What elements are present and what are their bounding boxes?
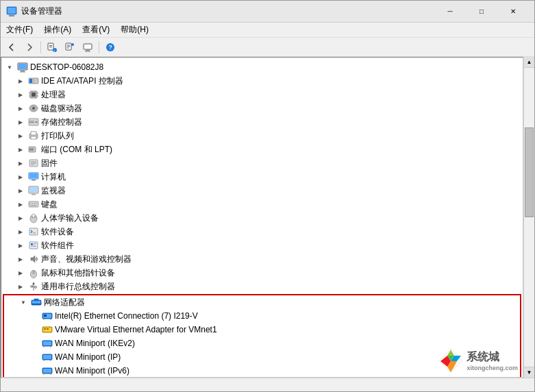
- svg-rect-87: [32, 304, 41, 304]
- scrollbar[interactable]: ▲ ▼: [523, 57, 534, 378]
- tree-item-ide[interactable]: ▶ IDE ATA/ATAPI 控制器: [1, 74, 523, 88]
- close-button[interactable]: ✕: [497, 1, 529, 23]
- svg-rect-61: [36, 203, 37, 204]
- svg-rect-40: [29, 147, 36, 152]
- svg-rect-90: [44, 315, 47, 317]
- expand-icon-com: ▶: [15, 144, 26, 155]
- expand-icon-softcomp: ▶: [15, 240, 26, 251]
- tree-item-print[interactable]: ▶ 打印队列: [1, 129, 523, 143]
- svg-rect-26: [32, 93, 36, 97]
- expand-icon-network: ▼: [18, 297, 29, 308]
- menu-view[interactable]: 查看(V): [77, 23, 115, 37]
- expand-icon-cpu: ▶: [15, 89, 26, 100]
- tree-item-intel-eth[interactable]: ▶ Intel(R) Ethernet Connection (7) I219-…: [4, 309, 520, 323]
- forward-button[interactable]: [21, 40, 38, 55]
- tree-item-mouse[interactable]: ▶ 鼠标和其他指针设备: [1, 266, 523, 280]
- content-area: ▼ DESKTOP-06082J8 ▶: [1, 57, 534, 378]
- expand-icon-usb: ▶: [15, 281, 26, 292]
- svg-rect-58: [29, 203, 31, 204]
- storage-icon: [28, 117, 39, 127]
- ide-icon: [28, 75, 39, 86]
- svg-rect-86: [34, 299, 38, 301]
- back-button[interactable]: [3, 40, 20, 55]
- svg-rect-71: [34, 243, 36, 244]
- tree-item-hid[interactable]: ▶ 人体学输入设备: [1, 211, 523, 225]
- svg-rect-59: [32, 203, 33, 204]
- tree-panel[interactable]: ▼ DESKTOP-06082J8 ▶: [1, 57, 523, 378]
- display-button[interactable]: [79, 40, 96, 55]
- svg-rect-5: [49, 47, 52, 47]
- toolbar-separator-1: [40, 41, 41, 53]
- com-label: 端口 (COM 和 LPT): [41, 144, 112, 156]
- scroll-up[interactable]: ▲: [524, 57, 534, 68]
- svg-rect-15: [85, 51, 90, 51]
- softdev-label: 软件设备: [41, 226, 74, 238]
- tree-item-usb[interactable]: ▶ 通用串行总线控制器: [1, 280, 523, 293]
- minimize-button[interactable]: ─: [434, 1, 466, 23]
- usb-icon: [28, 281, 39, 292]
- tree-item-keyboard[interactable]: ▶ 键盘: [1, 197, 523, 211]
- scroll-track[interactable]: [524, 68, 534, 367]
- status-bar: [1, 378, 534, 391]
- monitor-icon: [28, 185, 39, 196]
- hid-icon: [28, 212, 39, 223]
- svg-marker-79: [32, 282, 35, 284]
- svg-point-32: [32, 107, 35, 110]
- tree-item-firmware[interactable]: ▶ 固件: [1, 156, 523, 170]
- tree-item-wan-ip[interactable]: ▶ WAN Miniport (IP): [4, 350, 520, 364]
- expand-icon-softdev: ▶: [15, 226, 26, 237]
- help-icon-button[interactable]: ?: [102, 40, 119, 55]
- tree-item-com[interactable]: ▶ 端口 (COM 和 LPT): [1, 143, 523, 156]
- svg-rect-70: [31, 243, 33, 245]
- title-bar: 设备管理器 ─ □ ✕: [1, 1, 534, 23]
- com-icon: [28, 144, 39, 155]
- ide-label: IDE ATA/ATAPI 控制器: [41, 75, 123, 87]
- expand-icon-storage: ▶: [15, 117, 26, 127]
- svg-rect-55: [29, 187, 38, 193]
- tree-item-monitor[interactable]: ▶ 监视器: [1, 184, 523, 197]
- svg-rect-20: [21, 71, 25, 72]
- mouse-icon: [28, 267, 39, 278]
- cpu-label: 处理器: [41, 89, 66, 101]
- softdev-icon: [28, 226, 39, 237]
- menu-bar: 文件(F) 操作(A) 查看(V) 帮助(H): [1, 23, 534, 38]
- tree-item-softcomp[interactable]: ▶ 软件组件: [1, 238, 523, 252]
- menu-file[interactable]: 文件(F): [1, 23, 38, 37]
- maximize-button[interactable]: □: [466, 1, 497, 23]
- device-manager-window: 设备管理器 ─ □ ✕ 文件(F) 操作(A) 查看(V) 帮助(H) i: [0, 0, 535, 392]
- tree-item-network[interactable]: ▼ 网络适配器: [4, 295, 520, 309]
- scroll-thumb[interactable]: [525, 127, 534, 217]
- svg-point-12: [71, 43, 74, 46]
- svg-rect-102: [43, 355, 51, 359]
- tree-item-wan-ipv6[interactable]: ▶ WAN Miniport (IPv6): [4, 364, 520, 378]
- tree-item-computer[interactable]: ▶ 计算机: [1, 170, 523, 184]
- mouse-label: 鼠标和其他指针设备: [41, 267, 115, 279]
- svg-rect-57: [29, 201, 38, 207]
- svg-rect-96: [47, 328, 49, 330]
- tree-item-softdev[interactable]: ▶ 软件设备: [1, 225, 523, 238]
- tree-item-disk[interactable]: ▶ 磁盘驱动器: [1, 101, 523, 115]
- scan-button[interactable]: [62, 40, 78, 55]
- svg-point-66: [34, 217, 36, 218]
- title-bar-text: 设备管理器: [21, 5, 434, 17]
- svg-rect-19: [18, 64, 27, 69]
- print-icon: [28, 130, 39, 141]
- menu-action[interactable]: 操作(A): [38, 23, 77, 37]
- tree-item-cpu[interactable]: ▶ 处理器: [1, 88, 523, 101]
- svg-point-65: [32, 217, 33, 218]
- expand-icon-disk: ▶: [15, 103, 26, 114]
- tree-item-wan-ikev2[interactable]: ▶ WAN Miniport (IKEv2): [4, 336, 520, 350]
- scroll-down[interactable]: ▼: [524, 367, 534, 378]
- tree-item-sound[interactable]: ▶ 声音、视频和游戏控制器: [1, 252, 523, 266]
- tree-root[interactable]: ▼ DESKTOP-06082J8: [1, 60, 523, 74]
- tree-item-storage[interactable]: ▶ 存储控制器: [1, 115, 523, 129]
- tree-item-vmware-eth[interactable]: ▶ VMware Virtual Ethernet Adapter for VM…: [4, 323, 520, 336]
- properties-button[interactable]: i: [44, 40, 60, 55]
- wan-ip-icon: [42, 352, 53, 363]
- menu-help[interactable]: 帮助(H): [115, 23, 154, 37]
- svg-rect-60: [34, 203, 35, 204]
- wan-ipv6-icon: [42, 365, 53, 376]
- svg-rect-39: [31, 136, 36, 139]
- svg-rect-38: [31, 132, 36, 135]
- network-icon: [31, 297, 42, 308]
